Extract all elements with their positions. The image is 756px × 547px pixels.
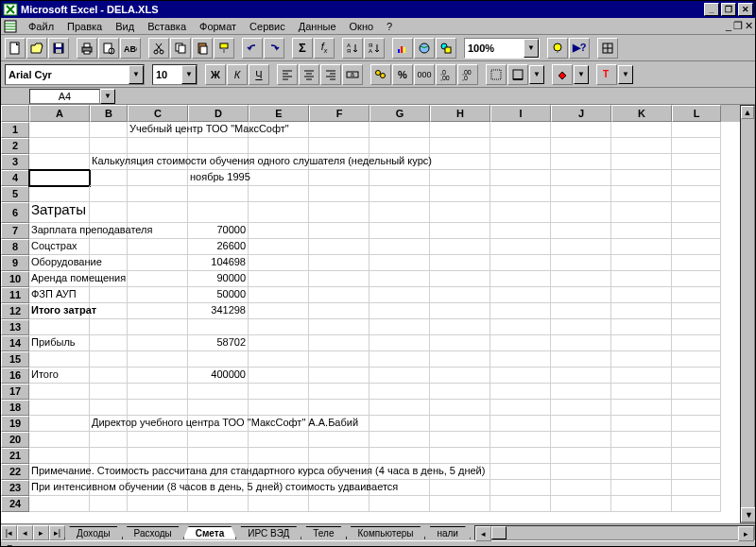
cell-A14[interactable]: Прибыль: [29, 335, 90, 351]
cell-L12[interactable]: [672, 303, 721, 319]
cell-J18[interactable]: [551, 400, 611, 416]
cell-H18[interactable]: [430, 400, 490, 416]
cell-K2[interactable]: [611, 138, 672, 154]
cell-J9[interactable]: [551, 255, 611, 271]
col-header-D[interactable]: D: [188, 105, 249, 122]
cell-G4[interactable]: [369, 170, 430, 186]
cell-K14[interactable]: [611, 335, 672, 351]
row-header[interactable]: 18: [1, 400, 29, 416]
print-button[interactable]: [77, 38, 97, 59]
cell-J24[interactable]: [551, 496, 611, 512]
cell-F5[interactable]: [309, 186, 369, 202]
cell-A4[interactable]: [29, 170, 90, 186]
cell-A21[interactable]: [29, 448, 90, 464]
cell-I9[interactable]: [490, 255, 551, 271]
percent-button[interactable]: %: [392, 64, 413, 85]
row-header[interactable]: 4: [1, 170, 29, 186]
cell-K7[interactable]: [611, 223, 672, 239]
row-header[interactable]: 5: [1, 186, 29, 202]
mdi-restore-button[interactable]: ❐: [733, 20, 743, 32]
borders-button[interactable]: [597, 38, 618, 59]
sort-desc-button[interactable]: ЯА: [364, 38, 385, 59]
cell-K1[interactable]: [611, 122, 672, 138]
cell-D20[interactable]: [188, 432, 249, 448]
cell-G8[interactable]: [369, 239, 430, 255]
fill-color-button[interactable]: [552, 64, 573, 85]
cell-C8[interactable]: [128, 239, 188, 255]
redo-button[interactable]: [264, 38, 284, 59]
cell-A5[interactable]: [29, 186, 90, 202]
cell-A17[interactable]: [29, 384, 90, 400]
font-name-combo[interactable]: ▼: [5, 64, 145, 85]
row-header[interactable]: 24: [1, 496, 29, 512]
cell-D15[interactable]: [188, 351, 249, 368]
sheet-tab[interactable]: ИРС ВЭД: [235, 526, 301, 539]
sheet-tab[interactable]: нали: [424, 526, 471, 539]
cell-E17[interactable]: [249, 384, 309, 400]
cell-H13[interactable]: [430, 319, 490, 335]
sheet-tab[interactable]: Компьютеры: [346, 526, 426, 539]
cell-H21[interactable]: [430, 448, 490, 464]
cell-G19[interactable]: [369, 416, 430, 432]
font-size-dropdown[interactable]: ▼: [181, 65, 197, 84]
cell-L20[interactable]: [672, 432, 721, 448]
cell-F24[interactable]: [309, 496, 369, 512]
cell-I11[interactable]: [490, 287, 551, 303]
fill-color-dropdown[interactable]: ▼: [574, 65, 589, 84]
cell-K9[interactable]: [611, 255, 672, 271]
cell-I10[interactable]: [490, 271, 551, 287]
cell-A19[interactable]: [29, 416, 90, 432]
cell-D10[interactable]: 90000: [188, 271, 249, 287]
cell-C4[interactable]: [128, 170, 188, 186]
cell-B24[interactable]: [90, 496, 128, 512]
cell-A18[interactable]: [29, 400, 90, 416]
cell-K10[interactable]: [611, 271, 672, 287]
horizontal-scrollbar[interactable]: ◂▸: [474, 525, 755, 540]
cell-H3[interactable]: [430, 154, 490, 170]
cell-C5[interactable]: [128, 186, 188, 202]
cell-J1[interactable]: [551, 122, 611, 138]
cell-H8[interactable]: [430, 239, 490, 255]
cell-I6[interactable]: [490, 202, 551, 223]
cell-B1[interactable]: [90, 122, 128, 138]
cell-L19[interactable]: [672, 416, 721, 432]
cell-H5[interactable]: [430, 186, 490, 202]
map-button[interactable]: [414, 38, 435, 59]
cell-E4[interactable]: [249, 170, 309, 186]
merge-center-button[interactable]: a: [342, 64, 363, 85]
col-header-H[interactable]: H: [430, 105, 490, 122]
menu-view[interactable]: Вид: [109, 20, 141, 33]
col-header-A[interactable]: A: [29, 105, 90, 122]
cell-K11[interactable]: [611, 287, 672, 303]
cell-G20[interactable]: [369, 432, 430, 448]
tip-wizard-button[interactable]: [547, 38, 568, 59]
cell-A22[interactable]: Примечание. Стоимость рассчитана для ста…: [29, 464, 90, 480]
cell-A7[interactable]: Зарплата преподавателя: [29, 223, 90, 239]
cell-C12[interactable]: [128, 303, 188, 319]
maximize-button[interactable]: ❐: [721, 3, 736, 16]
cell-J5[interactable]: [551, 186, 611, 202]
vertical-scrollbar[interactable]: ▲ ▼: [740, 105, 755, 523]
chart-wizard-button[interactable]: [392, 38, 413, 59]
menu-window[interactable]: Окно: [343, 20, 381, 33]
cell-C6[interactable]: [128, 202, 188, 223]
cell-F13[interactable]: [309, 319, 369, 335]
cell-C1[interactable]: Учебный центр ТОО "МаксСофт": [128, 122, 188, 138]
font-color-dropdown[interactable]: ▼: [618, 65, 633, 84]
cell-L22[interactable]: [672, 464, 721, 480]
row-header[interactable]: 7: [1, 223, 29, 239]
cell-D14[interactable]: 58702: [188, 335, 249, 351]
cell-B16[interactable]: [90, 368, 128, 384]
cell-L10[interactable]: [672, 271, 721, 287]
bold-button[interactable]: Ж: [205, 64, 226, 85]
decrease-decimal-button[interactable]: ,00,0: [457, 64, 478, 85]
col-header-B[interactable]: B: [90, 105, 128, 122]
cell-G9[interactable]: [369, 255, 430, 271]
cell-L8[interactable]: [672, 239, 721, 255]
cell-L21[interactable]: [672, 448, 721, 464]
cell-E13[interactable]: [249, 319, 309, 335]
cell-G5[interactable]: [369, 186, 430, 202]
cell-B2[interactable]: [90, 138, 128, 154]
cell-H6[interactable]: [430, 202, 490, 223]
cell-K4[interactable]: [611, 170, 672, 186]
